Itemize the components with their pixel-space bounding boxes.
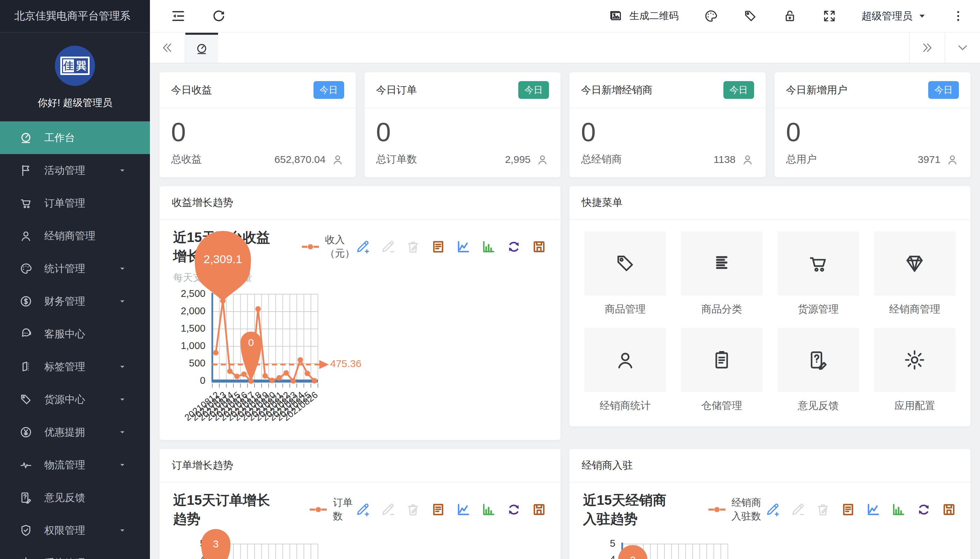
bar-chart-icon[interactable] [891, 502, 906, 518]
sidebar-item-6[interactable]: 客服中心 [0, 318, 150, 351]
line-chart[interactable]: 0123452021081220210813202108142021081520… [583, 528, 787, 559]
quick-menu-item-5[interactable]: 仓储管理 [681, 328, 762, 413]
quick-menu-item-1[interactable]: 商品分类 [681, 232, 762, 316]
legend-item[interactable]: 经销商入驻数 [708, 496, 765, 523]
sidebar-item-5[interactable]: 财务管理 [0, 285, 150, 318]
line-chart[interactable]: 0123452021081220210813202108142021081520… [173, 528, 378, 559]
lock-icon[interactable] [782, 8, 797, 23]
sidebar-item-0[interactable]: 工作台 [0, 121, 150, 154]
stat-value: 0 [376, 117, 549, 147]
menu-fold-icon[interactable] [170, 8, 186, 24]
legend-marker-icon [301, 244, 320, 250]
sidebar-item-7[interactable]: 标签管理 [0, 351, 150, 383]
svg-text:5: 5 [610, 538, 615, 549]
caret-down-icon [118, 297, 127, 306]
line-chart-icon[interactable] [455, 239, 471, 255]
theme-palette-icon[interactable] [703, 8, 718, 23]
svg-text:2,000: 2,000 [181, 305, 205, 316]
tabs-menu-button[interactable] [945, 33, 980, 63]
person-icon [331, 153, 344, 166]
sidebar-item-12[interactable]: 权限管理 [0, 514, 150, 547]
doc-view-icon[interactable] [840, 502, 856, 518]
legend-item[interactable]: 订单数 [309, 496, 355, 523]
quick-menu-label: 商品管理 [605, 302, 646, 316]
sidebar-item-8[interactable]: 货源中心 [0, 383, 150, 416]
sidebar-item-2[interactable]: 订单管理 [0, 187, 150, 220]
quick-menu-item-7[interactable]: 应用配置 [874, 328, 955, 413]
caret-down-icon [917, 11, 927, 21]
refresh-icon[interactable] [211, 8, 226, 23]
trash-icon[interactable] [405, 502, 421, 518]
user-dropdown[interactable]: 超级管理员 [861, 9, 927, 23]
legend-label: 经销商入驻数 [732, 496, 765, 523]
sidebar-item-13[interactable]: 系统管理 [0, 547, 150, 559]
refresh2-icon[interactable] [506, 239, 522, 255]
sidebar-item-1[interactable]: 活动管理 [0, 154, 150, 187]
sidebar-item-11[interactable]: 意见反馈 [0, 481, 150, 514]
quick-menu-item-2[interactable]: 货源管理 [778, 232, 859, 316]
svg-text:2,309.1: 2,309.1 [203, 253, 242, 266]
fullscreen-icon[interactable] [822, 8, 837, 23]
save-icon[interactable] [531, 239, 547, 255]
stat-card-1: 今日订单今日0总订单数2,995 [365, 72, 561, 177]
tag-icon[interactable] [743, 8, 758, 23]
sidebar-item-label: 优惠提拥 [44, 425, 85, 439]
pencil-plus-icon[interactable] [355, 502, 370, 518]
pencil-plus-icon[interactable] [765, 502, 780, 518]
trash-icon[interactable] [405, 239, 421, 255]
sidebar-item-3[interactable]: 经销商管理 [0, 220, 150, 252]
sidebar-item-9[interactable]: 优惠提拥 [0, 416, 150, 448]
line-chart-icon[interactable] [455, 502, 471, 518]
quick-tile [681, 232, 762, 296]
revenue-trend-card: 收益增长趋势 近15天平台收益增长趋势 收入（元） 每天支付流水总量 05001… [160, 186, 561, 440]
pulse-icon [19, 458, 33, 472]
sidebar-item-10[interactable]: 物流管理 [0, 448, 150, 481]
refresh2-icon[interactable] [916, 502, 932, 518]
quick-menu-item-6[interactable]: 意见反馈 [778, 328, 859, 413]
stat-card-0: 今日收益今日0总收益652,870.04 [160, 72, 356, 177]
caret-down-icon [118, 264, 127, 273]
bar-chart-icon[interactable] [481, 502, 497, 518]
stat-title: 今日新增经销商 [581, 83, 653, 97]
bar-chart-icon[interactable] [481, 239, 497, 255]
sidebar-item-label: 标签管理 [44, 360, 85, 374]
kebab-menu-icon[interactable] [951, 9, 965, 23]
trash-icon[interactable] [815, 502, 831, 518]
quick-menu-item-4[interactable]: 经销商统计 [584, 328, 666, 413]
quick-menu-item-0[interactable]: 商品管理 [584, 232, 666, 316]
pencil-minus-icon[interactable] [380, 239, 396, 255]
refresh2-icon[interactable] [506, 502, 522, 518]
save-icon[interactable] [941, 502, 957, 518]
tab-dashboard[interactable] [185, 33, 218, 63]
pencil-minus-icon[interactable] [790, 502, 805, 518]
svg-text:4: 4 [610, 554, 615, 559]
generate-qr-button[interactable]: 生成二维码 [608, 8, 679, 23]
person-icon [536, 153, 549, 166]
sidebar-item-label: 经销商管理 [44, 229, 96, 243]
line-chart-icon[interactable] [866, 502, 881, 518]
doc-view-icon[interactable] [431, 239, 446, 255]
sidebar-item-label: 客服中心 [44, 327, 85, 341]
pencil-plus-icon[interactable] [355, 239, 370, 255]
stat-card-2: 今日新增经销商今日0总经销商1138 [569, 72, 766, 177]
tabs-scroll-left-button[interactable] [150, 33, 185, 63]
tabbar-spacer [218, 33, 909, 63]
legend-item[interactable]: 收入（元） [301, 233, 355, 260]
svg-text:0: 0 [200, 375, 205, 386]
save-icon[interactable] [531, 502, 547, 518]
quick-menu-label: 经销商管理 [889, 302, 940, 316]
doc-view-icon[interactable] [431, 502, 446, 518]
stat-total-value: 3971 [917, 154, 940, 165]
tabbar [150, 33, 980, 63]
tabs-scroll-right-button[interactable] [909, 33, 945, 63]
palette-icon [19, 262, 33, 275]
picture-icon [608, 8, 623, 23]
tag-icon [19, 393, 33, 406]
pencil-minus-icon[interactable] [380, 502, 396, 518]
chevron-down-icon [956, 41, 969, 54]
quick-menu-item-3[interactable]: 经销商管理 [874, 232, 955, 316]
line-chart[interactable]: 05001,0001,5002,0002,5002021081220210813… [173, 283, 378, 430]
caret-down-icon [118, 460, 127, 470]
person-icon [741, 153, 754, 166]
sidebar-item-4[interactable]: 统计管理 [0, 252, 150, 285]
